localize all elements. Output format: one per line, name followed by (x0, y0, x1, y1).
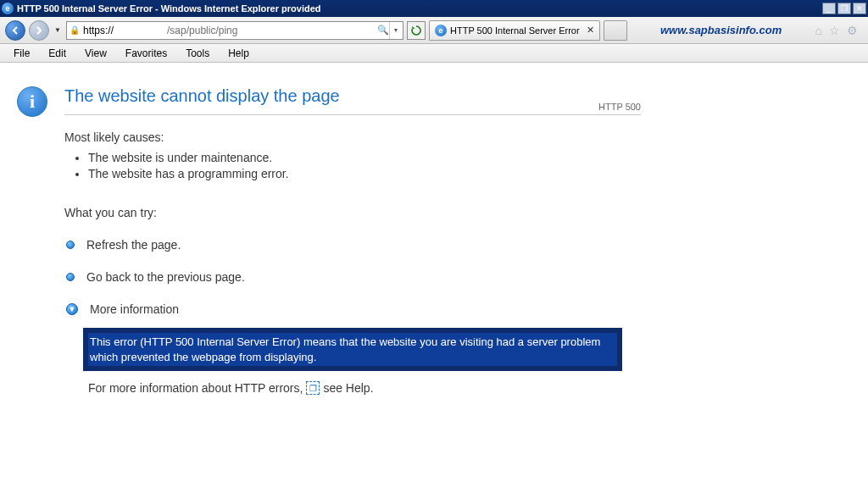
window-title: HTTP 500 Internal Server Error - Windows… (17, 3, 822, 14)
menu-edit[interactable]: Edit (40, 46, 75, 61)
menu-file[interactable]: File (5, 46, 38, 61)
address-bar[interactable]: 🔒 https:// /sap/public/ping 🔍 ▾ (66, 21, 403, 40)
divider: HTTP 500 (64, 114, 641, 115)
maximize-button[interactable]: ❐ (837, 3, 851, 14)
minimize-button[interactable]: _ (822, 3, 836, 14)
forward-button[interactable] (29, 20, 49, 41)
http-status-code: HTTP 500 (598, 102, 641, 112)
brand-text: www.sapbasisinfo.com (660, 24, 782, 36)
help-link[interactable]: see Help. (323, 381, 373, 395)
chevron-down-icon[interactable]: ▼ (66, 303, 78, 315)
window-controls: _ ❐ ✕ (822, 3, 866, 14)
search-icon[interactable]: 🔍 (377, 25, 389, 36)
help-prefix: For more information about HTTP errors, (88, 381, 303, 395)
help-book-icon: ❐ (306, 381, 320, 395)
more-info-text: This error (HTTP 500 Internal Server Err… (90, 335, 600, 363)
more-info-label: More information (90, 302, 179, 316)
list-item: The website is under maintenance. (88, 151, 641, 164)
bullet-icon (66, 273, 75, 281)
list-item: The website has a programming error. (88, 167, 641, 180)
new-tab-button[interactable] (604, 20, 627, 41)
more-info-panel: This error (HTTP 500 Internal Server Err… (83, 328, 622, 371)
menu-favorites[interactable]: Favorites (117, 46, 175, 61)
browser-tab[interactable]: e HTTP 500 Internal Server Error ✕ (429, 20, 600, 41)
brand-area: www.sapbasisinfo.com (631, 24, 812, 36)
close-window-button[interactable]: ✕ (853, 3, 866, 14)
toolbar-right-icons: ⌂ ☆ ⚙ (815, 24, 863, 37)
bullet-icon (66, 241, 75, 249)
address-dropdown-icon[interactable]: ▾ (389, 22, 401, 39)
url-path: /sap/public/ping (167, 25, 377, 36)
lock-icon: 🔒 (69, 25, 81, 36)
tab-close-icon[interactable]: ✕ (583, 25, 594, 36)
try-item-label[interactable]: Go back to the previous page. (86, 270, 245, 284)
menu-tools[interactable]: Tools (177, 46, 218, 61)
home-icon[interactable]: ⌂ (815, 24, 822, 37)
causes-list: The website is under maintenance. The we… (88, 151, 641, 180)
page-content: i The website cannot display the page HT… (0, 63, 868, 395)
info-icon: i (17, 86, 47, 117)
menu-help[interactable]: Help (220, 46, 258, 61)
tab-favicon-icon: e (435, 25, 447, 36)
navigation-bar: ▼ 🔒 https:// /sap/public/ping 🔍 ▾ e HTTP… (0, 17, 868, 44)
try-heading: What you can try: (64, 206, 641, 219)
title-bar: e HTTP 500 Internal Server Error - Windo… (0, 0, 868, 17)
try-item-refresh: Refresh the page. (66, 238, 641, 252)
try-item-label[interactable]: Refresh the page. (86, 238, 181, 252)
menu-view[interactable]: View (76, 46, 115, 61)
history-dropdown-icon[interactable]: ▼ (53, 22, 63, 39)
causes-heading: Most likely causes: (64, 130, 641, 144)
page-title: The website cannot display the page (64, 86, 641, 106)
help-line: For more information about HTTP errors, … (88, 381, 641, 395)
try-item-goback: Go back to the previous page. (66, 270, 641, 284)
url-protocol: https:// (81, 25, 116, 36)
ie-logo-icon: e (2, 3, 14, 14)
settings-gear-icon[interactable]: ⚙ (847, 24, 858, 37)
back-button[interactable] (5, 20, 25, 41)
favorites-icon[interactable]: ☆ (829, 24, 840, 37)
tab-label: HTTP 500 Internal Server Error (450, 25, 580, 36)
refresh-button[interactable] (407, 21, 426, 40)
menu-bar: File Edit View Favorites Tools Help (0, 44, 868, 63)
more-information-toggle[interactable]: ▼ More information (66, 302, 641, 316)
